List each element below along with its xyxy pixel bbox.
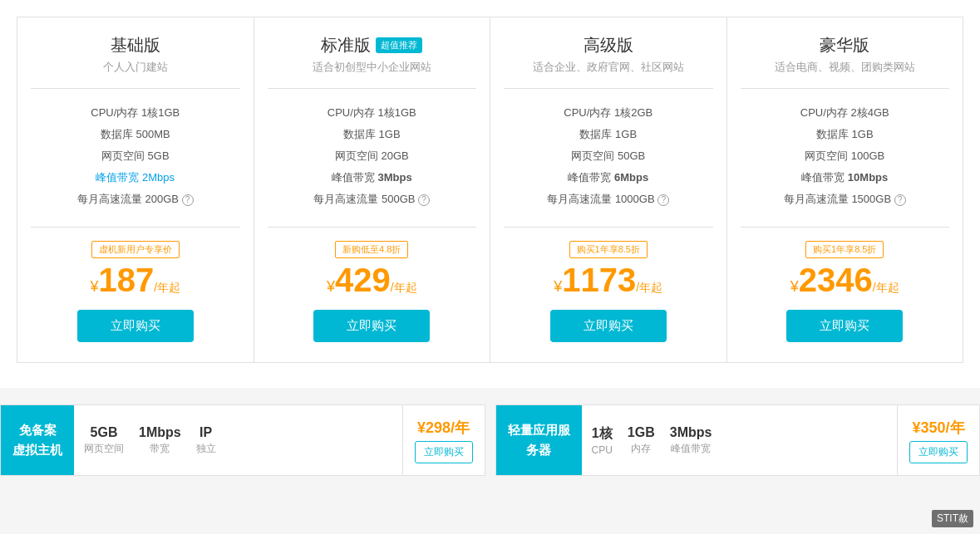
plan-title-row-basic: 基础版 — [111, 34, 160, 56]
bottom-section: 免备案 虚拟主机5GB网页空间1Mbps带宽IP独立¥298/年立即购买轻量应用… — [0, 404, 980, 484]
promo-tag-basic: 虚机新用户专享价 — [91, 241, 180, 258]
plan-specs-luxury: CPU/内存 2核4GB数据库 1GB网页空间 100GB峰值带宽 10Mbps… — [784, 102, 906, 210]
bottom-spec-value-virtual-host-1: 1Mbps — [139, 425, 181, 440]
buy-button-luxury[interactable]: 立即购买 — [786, 310, 903, 342]
divider-top-standard — [268, 88, 477, 89]
plan-card-luxury: 豪华版适合电商、视频、团购类网站CPU/内存 2核4GB数据库 1GB网页空间 … — [727, 17, 963, 362]
bottom-card-light-server: 轻量应用服 务器1核CPU1GB内存3Mbps峰值带宽¥350/年立即购买 — [495, 404, 981, 476]
price-row-advanced: ¥1173/年起 — [554, 263, 662, 296]
price-num-standard: 429 — [335, 263, 391, 296]
price-row-standard: ¥429/年起 — [327, 263, 417, 296]
plan-title-row-luxury: 豪华版 — [820, 34, 869, 56]
bottom-spec-label-virtual-host-2: 独立 — [196, 442, 216, 456]
plan-name-standard: 标准版 — [321, 34, 371, 56]
bottom-spec-label-light-server-2: 峰值带宽 — [671, 442, 711, 456]
bottom-specs-light-server: 1核CPU1GB内存3Mbps峰值带宽 — [582, 405, 898, 475]
divider-bottom-standard — [268, 227, 477, 228]
bottom-card-virtual-host: 免备案 虚拟主机5GB网页空间1Mbps带宽IP独立¥298/年立即购买 — [0, 404, 485, 476]
price-yuan-advanced: ¥ — [554, 278, 562, 296]
buy-button-standard[interactable]: 立即购买 — [313, 310, 430, 342]
price-yuan-luxury: ¥ — [790, 278, 799, 296]
bottom-spec-value-light-server-2: 3Mbps — [670, 425, 712, 440]
price-num-basic: 187 — [98, 263, 154, 296]
traffic-tip-basic[interactable]: ? — [182, 194, 194, 206]
plan-name-advanced: 高级版 — [584, 34, 633, 56]
price-num-advanced: 1173 — [562, 263, 636, 296]
divider-top-advanced — [504, 88, 713, 89]
bottom-spec-item-light-server-2: 3Mbps峰值带宽 — [670, 425, 712, 456]
plans-container: 基础版个人入门建站CPU/内存 1核1GB数据库 500MB网页空间 5GB峰值… — [17, 17, 963, 363]
divider-bottom-basic — [31, 227, 240, 228]
bottom-spec-label-virtual-host-1: 带宽 — [150, 442, 170, 456]
promo-tag-luxury: 购买1年享8.5折 — [805, 241, 884, 258]
bottom-spec-value-light-server-1: 1GB — [628, 425, 655, 440]
bottom-spec-item-light-server-0: 1核CPU — [592, 425, 613, 456]
price-row-luxury: ¥2346/年起 — [790, 263, 899, 296]
traffic-tip-advanced[interactable]: ? — [657, 194, 669, 206]
bottom-spec-item-virtual-host-1: 1Mbps带宽 — [139, 425, 181, 456]
plan-card-advanced: 高级版适合企业、政府官网、社区网站CPU/内存 1核2GB数据库 1GB网页空间… — [490, 17, 727, 362]
bottom-spec-label-virtual-host-0: 网页空间 — [84, 442, 124, 456]
bottom-buy-button-light-server[interactable]: 立即购买 — [909, 441, 968, 463]
bottom-spec-label-light-server-0: CPU — [592, 444, 613, 456]
traffic-tip-standard[interactable]: ? — [418, 194, 430, 206]
divider-top-luxury — [741, 88, 950, 89]
bottom-spec-value-virtual-host-0: 5GB — [91, 425, 118, 440]
plan-specs-advanced: CPU/内存 1核2GB数据库 1GB网页空间 50GB峰值带宽 6Mbps每月… — [547, 102, 669, 210]
price-yuan-standard: ¥ — [327, 278, 335, 296]
plan-title-row-advanced: 高级版 — [584, 34, 633, 56]
bottom-spec-item-light-server-1: 1GB内存 — [628, 425, 655, 456]
buy-button-basic[interactable]: 立即购买 — [77, 310, 194, 342]
bottom-card-left-light-server: 轻量应用服 务器 — [496, 405, 582, 475]
bottom-spec-item-virtual-host-0: 5GB网页空间 — [84, 425, 124, 456]
price-unit-standard: /年起 — [391, 281, 417, 296]
price-unit-luxury: /年起 — [873, 281, 899, 296]
divider-bottom-luxury — [741, 227, 950, 228]
bottom-card-left-virtual-host: 免备案 虚拟主机 — [1, 405, 74, 475]
plan-specs-standard: CPU/内存 1核1GB数据库 1GB网页空间 20GB峰值带宽 3Mbps每月… — [313, 102, 430, 210]
price-unit-basic: /年起 — [154, 281, 180, 296]
plan-specs-basic: CPU/内存 1核1GB数据库 500MB网页空间 5GB峰值带宽 2Mbps每… — [77, 102, 194, 210]
traffic-tip-luxury[interactable]: ? — [894, 194, 906, 206]
plan-title-row-standard: 标准版超值推荐 — [321, 34, 422, 56]
bottom-spec-value-virtual-host-2: IP — [199, 425, 212, 440]
divider-top-basic — [31, 88, 240, 89]
promo-tag-advanced: 购买1年享8.5折 — [569, 241, 648, 258]
bottom-price-text-virtual-host: ¥298/年 — [417, 418, 470, 438]
bottom-spec-value-light-server-0: 1核 — [592, 425, 613, 443]
price-unit-advanced: /年起 — [636, 281, 662, 296]
plan-subtitle-advanced: 适合企业、政府官网、社区网站 — [533, 60, 684, 75]
plan-subtitle-luxury: 适合电商、视频、团购类网站 — [775, 60, 915, 75]
plan-subtitle-basic: 个人入门建站 — [103, 60, 168, 75]
bottom-spec-label-light-server-1: 内存 — [631, 442, 651, 456]
plan-name-basic: 基础版 — [111, 34, 160, 56]
bottom-price-light-server: ¥350/年立即购买 — [897, 405, 979, 475]
plan-badge-standard: 超值推荐 — [376, 37, 422, 53]
bottom-buy-button-virtual-host[interactable]: 立即购买 — [415, 441, 473, 463]
bottom-specs-virtual-host: 5GB网页空间1Mbps带宽IP独立 — [74, 405, 402, 475]
plan-card-standard: 标准版超值推荐适合初创型中小企业网站CPU/内存 1核1GB数据库 1GB网页空… — [254, 17, 491, 362]
plan-card-basic: 基础版个人入门建站CPU/内存 1核1GB数据库 500MB网页空间 5GB峰值… — [17, 17, 254, 362]
bottom-price-text-light-server: ¥350/年 — [912, 418, 964, 438]
promo-tag-standard: 新购低至4.8折 — [335, 241, 408, 258]
bottom-spec-item-virtual-host-2: IP独立 — [196, 425, 216, 456]
price-yuan-basic: ¥ — [90, 278, 98, 296]
buy-button-advanced[interactable]: 立即购买 — [550, 310, 667, 342]
bottom-price-virtual-host: ¥298/年立即购买 — [402, 405, 485, 475]
plan-name-luxury: 豪华版 — [820, 34, 869, 56]
plan-subtitle-standard: 适合初创型中小企业网站 — [313, 60, 431, 75]
divider-bottom-advanced — [504, 227, 713, 228]
price-row-basic: ¥187/年起 — [90, 263, 180, 296]
price-num-luxury: 2346 — [799, 263, 873, 296]
